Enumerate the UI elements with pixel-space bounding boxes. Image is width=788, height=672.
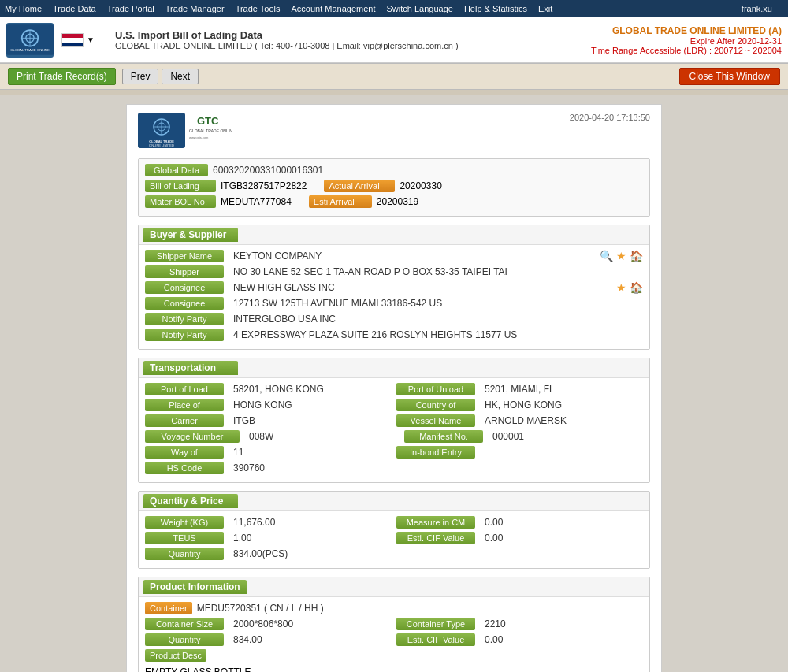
nav-trade-manager[interactable]: Trade Manager bbox=[165, 4, 225, 13]
nav-my-home[interactable]: My Home bbox=[5, 4, 42, 13]
shipper-value: NO 30 LANE 52 SEC 1 TA-AN ROAD P O BOX 5… bbox=[233, 266, 643, 277]
notify-party2-value: 4 EXPRESSWAY PLAZA SUITE 216 ROSLYN HEIG… bbox=[233, 329, 643, 340]
shipper-search-icon[interactable]: 🔍 bbox=[600, 250, 613, 262]
header-bar: GLOBAL TRADE ONLINE ▼ U.S. Import Bill o… bbox=[0, 17, 788, 63]
transportation-section: Transportation Port of Load 58201, HONG … bbox=[138, 358, 650, 483]
port-unload-label: Port of Unload bbox=[396, 383, 475, 395]
close-button-top[interactable]: Close This Window bbox=[679, 68, 780, 85]
page-title: U.S. Import Bill of Lading Data bbox=[115, 29, 459, 41]
nav-account-management[interactable]: Account Management bbox=[292, 4, 376, 13]
teus-row: TEUS 1.00 Esti. CIF Value 0.00 bbox=[145, 532, 643, 544]
user-display: frank.xu bbox=[742, 4, 772, 13]
logo-area: GLOBAL TRADE ONLINE ▼ bbox=[6, 23, 102, 58]
consignee-star-icon[interactable]: ★ bbox=[616, 281, 626, 294]
nav-trade-tools[interactable]: Trade Tools bbox=[236, 4, 281, 13]
way-of-label: Way of bbox=[145, 446, 224, 459]
shipper-home-icon[interactable]: 🏠 bbox=[630, 250, 643, 262]
esti-arrival-label: Esti Arrival bbox=[309, 195, 372, 208]
prev-button-top[interactable]: Prev bbox=[122, 69, 159, 84]
company-contact: GLOBAL TRADE ONLINE LIMITED ( Tel: 400-7… bbox=[115, 41, 459, 50]
buyer-supplier-title: Buyer & Supplier bbox=[143, 228, 238, 242]
container-type-value: 2210 bbox=[485, 618, 643, 629]
consignee-addr-row: Consignee 12713 SW 125TH AVENUE MIAMI 33… bbox=[145, 297, 643, 310]
port-load-row: Port of Load 58201, HONG KONG Port of Un… bbox=[145, 383, 643, 395]
port-load-label: Port of Load bbox=[145, 383, 224, 395]
nav-exit[interactable]: Exit bbox=[538, 4, 552, 13]
weight-value: 11,676.00 bbox=[233, 517, 392, 528]
carrier-value: ITGB bbox=[233, 415, 392, 426]
transportation-content: Port of Load 58201, HONG KONG Port of Un… bbox=[139, 378, 649, 482]
shipper-name-value: KEYTON COMPANY bbox=[233, 251, 592, 262]
manifest-value: 000001 bbox=[492, 431, 643, 442]
prod-esti-cif-value: 0.00 bbox=[485, 634, 643, 645]
notify-party-value: INTERGLOBO USA INC bbox=[233, 314, 643, 325]
qty-row: Quantity 834.00(PCS) bbox=[145, 548, 643, 560]
port-unload-value: 5201, MIAMI, FL bbox=[485, 384, 643, 395]
esti-cif-value: 0.00 bbox=[485, 533, 643, 544]
top-toolbar: Print Trade Record(s) Prev Next Close Th… bbox=[0, 63, 788, 90]
place-of-label: Place of bbox=[145, 399, 224, 411]
prod-qty-row: Quantity 834.00 Esti. CIF Value 0.00 bbox=[145, 633, 643, 646]
doc-header: GLOBAL TRADE ONLINE LIMITED GTC GLOBAL T… bbox=[138, 113, 650, 152]
next-button-top[interactable]: Next bbox=[162, 69, 199, 84]
consignee-name-row: Consignee NEW HIGH GLASS INC ★ 🏠 bbox=[145, 281, 643, 294]
nav-help-statistics[interactable]: Help & Statistics bbox=[464, 4, 527, 13]
time-range-info: Time Range Accessible (LDR) : 200712 ~ 2… bbox=[591, 46, 782, 55]
port-load-value: 58201, HONG KONG bbox=[233, 384, 392, 395]
prod-esti-cif-label: Esti. CIF Value bbox=[396, 633, 475, 646]
product-desc-area: Product Desc bbox=[145, 649, 643, 663]
buyer-supplier-section: Buyer & Supplier Shipper Name KEYTON COM… bbox=[138, 225, 650, 350]
consignee-home-icon[interactable]: 🏠 bbox=[630, 281, 643, 294]
qty-value: 834.00(PCS) bbox=[233, 548, 643, 559]
teus-label: TEUS bbox=[145, 532, 224, 544]
notify-party-label: Notify Party bbox=[145, 313, 224, 325]
country-of-label: Country of bbox=[396, 399, 475, 411]
us-flag bbox=[61, 33, 84, 47]
quantity-price-title: Quantity & Price bbox=[143, 494, 238, 508]
logo-image: GLOBAL TRADE ONLINE bbox=[6, 23, 54, 58]
notify-party2-label: Notify Party bbox=[145, 329, 224, 341]
notify-party-row: Notify Party INTERGLOBO USA INC bbox=[145, 313, 643, 325]
bol-row: Bill of Lading ITGB3287517P2822 Actual A… bbox=[145, 180, 643, 192]
buyer-supplier-content: Shipper Name KEYTON COMPANY 🔍 ★ 🏠 Shippe… bbox=[139, 245, 649, 349]
product-info-title: Product Information bbox=[143, 580, 247, 594]
shipper-star-icon[interactable]: ★ bbox=[616, 250, 626, 262]
global-data-section: Global Data 600320200331000016301 Bill o… bbox=[138, 158, 650, 217]
actual-arrival-value: 20200330 bbox=[400, 180, 441, 191]
shipper-label: Shipper bbox=[145, 265, 224, 278]
shipper-actions: 🔍 ★ 🏠 bbox=[600, 250, 643, 262]
nav-trade-portal[interactable]: Trade Portal bbox=[107, 4, 154, 13]
svg-text:GLOBAL TRADE ONLINE: GLOBAL TRADE ONLINE bbox=[10, 49, 50, 53]
vessel-name-value: ARNOLD MAERSK bbox=[485, 415, 643, 426]
container-value: MEDU5720351 ( CN / L / HH ) bbox=[197, 603, 643, 614]
bol-value: ITGB3287517P2822 bbox=[221, 180, 307, 191]
voyage-row: Voyage Number 008W Manifest No. 000001 bbox=[145, 430, 643, 443]
shipper-addr-row: Shipper NO 30 LANE 52 SEC 1 TA-AN ROAD P… bbox=[145, 265, 643, 278]
qty-label: Quantity bbox=[145, 548, 224, 560]
weight-label: Weight (KG) bbox=[145, 516, 224, 529]
doc-logo: GLOBAL TRADE ONLINE LIMITED GTC GLOBAL T… bbox=[138, 113, 232, 152]
header-info: U.S. Import Bill of Lading Data GLOBAL T… bbox=[115, 29, 459, 50]
container-type-label: Container Type bbox=[396, 618, 475, 630]
container-size-value: 2000*806*800 bbox=[233, 618, 392, 629]
account-company: GLOBAL TRADE ONLINE LIMITED (A) bbox=[591, 25, 782, 36]
shipper-name-label: Shipper Name bbox=[145, 250, 224, 262]
country-of-value: HK, HONG KONG bbox=[485, 399, 643, 410]
actual-arrival-label: Actual Arrival bbox=[324, 180, 395, 192]
product-info-content: Container MEDU5720351 ( CN / L / HH ) Co… bbox=[139, 597, 649, 672]
way-of-value: 11 bbox=[233, 447, 392, 458]
consignee-addr-value: 12713 SW 125TH AVENUE MIAMI 33186-542 US bbox=[233, 298, 643, 309]
hs-row: HS Code 390760 bbox=[145, 462, 643, 474]
print-button-top[interactable]: Print Trade Record(s) bbox=[8, 68, 116, 85]
expire-info: Expire After 2020-12-31 bbox=[591, 36, 782, 46]
bol-label: Bill of Lading bbox=[145, 180, 216, 192]
nav-trade-data[interactable]: Trade Data bbox=[53, 4, 96, 13]
place-row: Place of HONG KONG Country of HK, HONG K… bbox=[145, 399, 643, 411]
mater-bol-value: MEDUTA777084 bbox=[221, 196, 292, 207]
nav-switch-language[interactable]: Switch Language bbox=[387, 4, 453, 13]
in-bond-label: In-bond Entry bbox=[396, 446, 475, 459]
wayof-row: Way of 11 In-bond Entry bbox=[145, 446, 643, 459]
product-desc-value: EMPTY GLASS BOTTLE bbox=[145, 666, 643, 672]
global-data-label: Global Data bbox=[145, 164, 208, 176]
transportation-title: Transportation bbox=[143, 361, 238, 375]
